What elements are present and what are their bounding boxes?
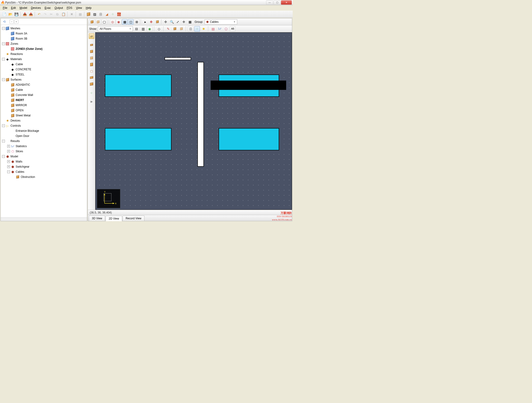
box-button[interactable]	[86, 11, 91, 17]
view-tool-n[interactable]: AB	[230, 26, 235, 32]
maximize-button[interactable]: ▢	[273, 0, 281, 5]
model-tree[interactable]: −MeshesRoom 3ARoom 3B−ZonesZONE0 (Outer …	[1, 25, 87, 217]
expander-icon[interactable]: +	[7, 145, 10, 148]
open-button[interactable]: 📂	[7, 11, 13, 17]
tab-2d-view[interactable]: 2D View	[106, 216, 122, 221]
expander-icon[interactable]: +	[7, 160, 10, 163]
menu-view[interactable]: View	[74, 6, 84, 10]
view-ortho-icon[interactable]	[95, 19, 101, 25]
menu-evac[interactable]: Evac	[43, 6, 53, 10]
undo-button[interactable]: ↶	[36, 11, 42, 17]
tree-item-meshes[interactable]: −Meshes	[1, 26, 87, 31]
tree-item-walls[interactable]: +⬢Walls	[1, 159, 87, 164]
view-tool-d[interactable]: ◇	[156, 26, 162, 32]
collapse-all-button[interactable]: −	[10, 19, 14, 24]
expand-all-button[interactable]: +	[14, 19, 19, 24]
expander-icon[interactable]: −	[2, 140, 5, 143]
menu-help[interactable]: Help	[84, 6, 94, 10]
expander-icon[interactable]: −	[2, 124, 5, 127]
tab-3d-view[interactable]: 3D View	[89, 216, 105, 221]
tree-item-inert[interactable]: INERT	[1, 98, 87, 103]
select-icon[interactable]: ▸	[142, 19, 148, 25]
floor-select[interactable]: All Floors ▼	[98, 26, 133, 31]
render-3-icon[interactable]: ▦	[122, 19, 127, 25]
import-button[interactable]: 📥	[22, 11, 27, 17]
new-button[interactable]: 📄	[1, 11, 7, 17]
tree-item-cable[interactable]: ◆Cable	[1, 62, 87, 67]
tree-item-open-door[interactable]: Open Door	[1, 133, 87, 138]
dots-button[interactable]: ⁘	[110, 11, 116, 17]
view-tool-f[interactable]	[172, 26, 177, 32]
pan-icon[interactable]	[154, 19, 160, 25]
tree-item-materials[interactable]: −◆Materials	[1, 56, 87, 62]
paste-button[interactable]: 📋	[61, 11, 66, 17]
tree-item-switchgear[interactable]: +⬢Switchgear	[1, 164, 87, 169]
view-tool-a[interactable]: ⊟	[134, 26, 139, 32]
menu-file[interactable]: File	[1, 6, 9, 10]
pal-6[interactable]	[89, 75, 94, 80]
view-tool-m[interactable]: ⬠	[223, 26, 229, 32]
paint-button[interactable]: ◢	[104, 11, 109, 17]
view-tool-i[interactable]: ⁘	[194, 26, 200, 32]
props-button[interactable]: ⌸	[98, 11, 103, 17]
tree-item-concrete-wall[interactable]: Concrete Wall	[1, 93, 87, 98]
render-2-icon[interactable]: ◉	[116, 19, 121, 25]
expander-icon[interactable]: −	[2, 27, 5, 30]
render-4-icon[interactable]: ◫	[128, 19, 133, 25]
drawing-canvas[interactable]: Y X	[95, 32, 292, 210]
tree-item-cables[interactable]: −⬢Cables	[1, 169, 87, 174]
bricks-button[interactable]: 🧱	[116, 11, 122, 17]
tree-item-open[interactable]: OPEN	[1, 108, 87, 113]
export-button[interactable]: 📤	[28, 11, 34, 17]
menu-model[interactable]: Model	[18, 6, 29, 10]
tree-item-room-3a[interactable]: Room 3A	[1, 31, 87, 36]
mesh-button[interactable]: ▨	[92, 11, 97, 17]
tree-item-sheet-metal[interactable]: Sheet Metal	[1, 113, 87, 118]
expander-icon[interactable]: −	[2, 155, 5, 158]
tree-item-room-3b[interactable]: Room 3B	[1, 36, 87, 41]
expander-icon[interactable]: +	[7, 150, 10, 153]
tree-item-steel[interactable]: ◆STEEL	[1, 72, 87, 77]
expander-icon[interactable]: −	[2, 42, 5, 45]
save-button[interactable]: 💾	[13, 11, 19, 17]
menu-devices[interactable]: Devices	[29, 6, 43, 10]
menu-output[interactable]: Output	[53, 6, 65, 10]
view-tool-c[interactable]: ◉	[147, 26, 152, 32]
menu-fds[interactable]: FDS	[65, 6, 74, 10]
tree-item-cable[interactable]: Cable	[1, 87, 87, 93]
tree-item-model[interactable]: −⬢Model	[1, 154, 87, 159]
expander-icon[interactable]: −	[7, 170, 10, 173]
target-icon[interactable]: ✛	[181, 19, 187, 25]
pal-slab[interactable]: ▱	[89, 33, 94, 39]
tree-item-devices[interactable]: ✹Devices	[1, 118, 87, 123]
view-wire-icon[interactable]: ▢	[101, 19, 107, 25]
view-tool-b[interactable]: ▥	[140, 26, 146, 32]
render-5-icon[interactable]: ⊞	[134, 19, 139, 25]
nav-scrollbar[interactable]	[1, 217, 87, 221]
tree-item-zone0-outer-zone-[interactable]: ZONE0 (Outer Zone)	[1, 46, 87, 51]
tree-item-results[interactable]: − Results	[1, 138, 87, 144]
expander-icon[interactable]: −	[2, 78, 5, 81]
pal-3[interactable]	[89, 55, 94, 61]
zoom-fit-icon[interactable]: ⤢	[175, 19, 181, 25]
zoom-icon[interactable]: 🔍	[169, 19, 175, 25]
door-top[interactable]	[165, 57, 191, 60]
pal-5[interactable]: ▢	[89, 68, 94, 74]
tree-item-controls[interactable]: −▷Controls	[1, 123, 87, 128]
move-icon[interactable]: ✢	[163, 19, 169, 25]
group-button[interactable]: ▦	[77, 11, 83, 17]
tree-item-adiabatic[interactable]: ADIABATIC	[1, 82, 87, 87]
switchgear-br[interactable]	[219, 128, 279, 150]
group-select[interactable]: ⬢ Cables ▼	[205, 19, 237, 25]
pal-7[interactable]	[89, 81, 94, 87]
wall-vertical[interactable]	[197, 62, 204, 167]
copy-button[interactable]: ⧉	[55, 11, 60, 17]
pal-4[interactable]	[89, 62, 94, 67]
grid-icon[interactable]: ▦	[187, 19, 193, 25]
view-persp-icon[interactable]	[89, 19, 95, 25]
tree-item-mirror[interactable]: MIRROR	[1, 103, 87, 108]
switchgear-bl[interactable]	[105, 128, 171, 150]
tree-item-concrete[interactable]: ◆CONCRETE	[1, 67, 87, 72]
tree-item-surfaces[interactable]: −Surfaces	[1, 77, 87, 82]
view-tool-l[interactable]: 1₂³	[217, 26, 222, 32]
